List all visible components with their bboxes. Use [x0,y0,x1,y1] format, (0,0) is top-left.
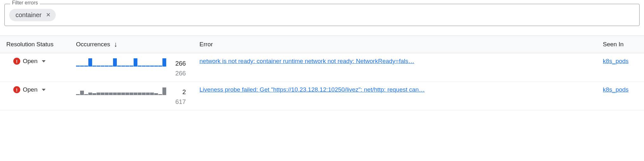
column-header-resolution-status[interactable]: Resolution Status [0,36,70,53]
filter-chip-label: container [16,11,41,19]
sparkline-bar [84,66,88,67]
sparkline-bar [125,66,129,67]
sparkline [76,58,166,67]
sparkline-bar [142,93,146,95]
sparkline-bar [121,66,125,67]
sparkline-bar [105,93,109,95]
arrow-down-icon: ↓ [114,41,117,48]
table-row: !Open2617Liveness probe failed: Get "htt… [0,82,644,110]
sparkline-bar [88,58,92,67]
close-icon[interactable]: ✕ [46,12,51,18]
sparkline-bar [117,66,121,67]
table-row: !Open266266network is not ready: contain… [0,53,644,82]
sparkline-bar [150,93,154,95]
sparkline-bar [84,94,88,95]
sparkline-bar [129,66,133,67]
resolution-status-dropdown[interactable]: !Open [6,58,63,65]
sparkline-bar [105,66,109,67]
column-header-seen-in[interactable]: Seen In [597,36,644,53]
sparkline-bar [150,66,154,67]
sparkline-bar [142,66,146,67]
filter-errors-fieldset: Filter errors container ✕ [4,4,640,26]
sparkline-bar [76,94,80,95]
chevron-down-icon [42,89,46,91]
sparkline-bar [138,93,142,95]
sparkline-bar [97,93,100,95]
sparkline-bar [134,58,137,67]
error-message-link[interactable]: network is not ready: container runtime … [199,58,414,65]
sparkline-bar [154,93,158,95]
status-label: Open [23,86,37,93]
sparkline-bar [109,66,113,67]
column-header-occurrences[interactable]: Occurrences ↓ [70,36,193,53]
chevron-down-icon [42,60,46,62]
sparkline-bar [80,91,84,95]
sparkline-bar [80,66,84,67]
sparkline-bar [101,93,104,95]
seen-in-link[interactable]: k8s_pods [603,86,628,93]
sparkline-bar [129,93,133,95]
error-message-link[interactable]: Liveness probe failed: Get "https://10.2… [199,86,425,93]
sparkline-bar [125,93,129,95]
resolution-status-dropdown[interactable]: !Open [6,86,63,93]
sparkline-bar [117,93,121,95]
status-label: Open [23,58,37,65]
sparkline-bar [134,93,137,95]
sparkline-bar [138,66,142,67]
sparkline-bar [97,66,100,67]
sparkline-bar [101,66,104,67]
sparkline-bar [146,93,150,95]
sparkline-bar [158,94,162,95]
error-icon: ! [13,58,20,65]
sparkline-bar [113,93,117,95]
occurrence-count: 2 [171,88,186,96]
sparkline-bar [113,58,117,67]
filter-chip[interactable]: container ✕ [9,9,56,21]
column-header-error[interactable]: Error [193,36,597,53]
occurrence-subcount: 617 [175,98,186,106]
sparkline-bar [121,93,125,95]
error-icon: ! [13,86,20,93]
column-header-occurrences-label: Occurrences [76,41,110,48]
seen-in-link[interactable]: k8s_pods [603,58,628,64]
sparkline-bar [158,66,162,67]
sparkline [76,86,166,96]
sparkline-bar [76,66,80,67]
filter-input[interactable]: container ✕ [4,4,640,26]
occurrence-count: 266 [171,60,186,67]
sparkline-bar [162,87,166,95]
sparkline-bar [154,66,158,67]
errors-table: Resolution Status Occurrences ↓ Error Se… [0,35,644,110]
sparkline-bar [109,93,113,95]
sparkline-bar [146,66,150,67]
sparkline-bar [92,93,96,95]
sparkline-bar [92,66,96,67]
filter-legend: Filter errors [10,0,40,6]
occurrence-subcount: 266 [175,70,186,77]
sparkline-bar [88,93,92,95]
sparkline-bar [162,58,166,67]
